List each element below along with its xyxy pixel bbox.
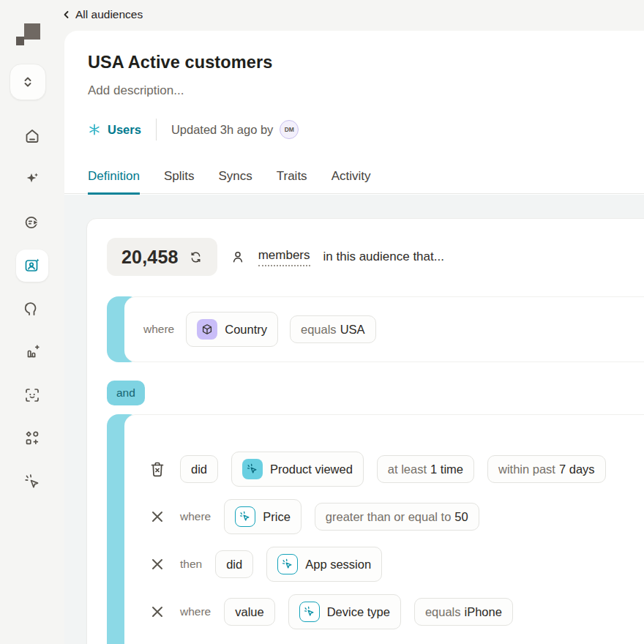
tab-bar: Definition Splits Syncs Traits Activity xyxy=(64,169,644,195)
property-chip-country[interactable]: Country xyxy=(186,312,278,347)
snowflake-asterisk-icon xyxy=(88,123,101,136)
delete-row-button[interactable] xyxy=(148,460,167,478)
sidebar-nav xyxy=(0,114,64,503)
property-icon-wrap xyxy=(299,602,320,622)
updated-text: Updated 3h ago by xyxy=(171,123,273,137)
event-row-2: where Price greater than or equal to xyxy=(148,501,644,533)
sidebar-item-audiences[interactable] xyxy=(16,244,48,287)
remove-row-button[interactable] xyxy=(148,604,167,619)
description-placeholder[interactable]: Add description... xyxy=(88,83,644,98)
time-window-chip[interactable]: within past 7 days xyxy=(487,455,606,484)
event-label: Product viewed xyxy=(270,463,353,476)
sidebar-item-event-tools[interactable] xyxy=(16,460,48,503)
frequency-value: 1 time xyxy=(430,463,463,476)
active-nav-highlight xyxy=(16,250,48,282)
tab-definition[interactable]: Definition xyxy=(88,169,140,195)
cube-icon xyxy=(201,323,213,335)
property-label: Country xyxy=(225,323,267,337)
verb-chip-did[interactable]: did xyxy=(180,455,218,484)
sidebar-item-analytics[interactable] xyxy=(16,330,48,373)
tab-activity[interactable]: Activity xyxy=(332,169,371,195)
sidebar-item-journeys[interactable] xyxy=(16,201,48,244)
frequency-muted: at least xyxy=(388,463,427,476)
event-icon-wrap xyxy=(277,554,298,574)
entity-badge[interactable]: Users xyxy=(88,123,141,137)
tab-syncs[interactable]: Syncs xyxy=(218,169,252,195)
operator-muted: equals xyxy=(301,323,337,337)
property-chip-device-type[interactable]: Device type xyxy=(288,594,401,629)
divider xyxy=(156,119,157,141)
property-label: Price xyxy=(263,510,291,524)
event-icon-wrap xyxy=(242,459,263,479)
tab-traits[interactable]: Traits xyxy=(277,169,307,195)
property-label: Device type xyxy=(327,605,390,619)
meta-row: Users Updated 3h ago by DM xyxy=(88,119,644,140)
keyword-then: then xyxy=(180,558,202,571)
refresh-icon[interactable] xyxy=(189,250,203,264)
property-icon-wrap xyxy=(235,506,255,527)
close-x-icon xyxy=(150,557,165,572)
page-title: USA Active customers xyxy=(88,53,644,72)
tab-splits[interactable]: Splits xyxy=(164,169,195,195)
operator-value: iPhone xyxy=(465,605,502,619)
sidebar-item-profiles[interactable] xyxy=(16,287,48,330)
operator-value: USA xyxy=(340,323,365,337)
event-chip-app-session[interactable]: App session xyxy=(266,547,382,582)
event-row-3: then did App session xyxy=(148,548,644,580)
avatar[interactable]: DM xyxy=(280,120,299,139)
property-icon-wrap xyxy=(197,319,217,340)
operator-chip-device[interactable]: equals iPhone xyxy=(414,598,513,626)
event-row-1: did Product viewed at least 1 time xyxy=(148,453,644,485)
remove-row-button[interactable] xyxy=(148,557,167,572)
operator-muted: greater than or equal to xyxy=(326,510,452,524)
operator-chip-country[interactable]: equals USA xyxy=(290,315,376,344)
chevron-left-icon xyxy=(61,10,72,20)
cursor-sparkle-icon xyxy=(247,463,258,475)
condition-group-2: did Product viewed at least 1 time xyxy=(107,414,644,644)
home-icon xyxy=(23,127,41,145)
and-connector-chip[interactable]: and xyxy=(107,381,145,405)
members-suffix: in this audience that... xyxy=(323,250,444,264)
cursor-sparkle-icon xyxy=(239,511,251,523)
definition-content: 20,458 members in this audience that... … xyxy=(64,195,644,644)
members-link[interactable]: members xyxy=(258,248,310,266)
journeys-icon xyxy=(23,214,41,231)
event-row-4: where value Device type equals xyxy=(148,596,644,628)
logo-square-small xyxy=(16,37,24,45)
entity-label: Users xyxy=(108,123,141,137)
member-count: 20,458 xyxy=(121,247,179,268)
keyword-where: where xyxy=(143,323,174,336)
window-value: 7 days xyxy=(559,463,595,476)
event-chip-product-viewed[interactable]: Product viewed xyxy=(231,452,364,487)
main-panel: USA Active customers Add description... … xyxy=(64,31,644,644)
event-label: App session xyxy=(305,558,371,572)
trash-icon xyxy=(149,460,166,478)
property-chip-price[interactable]: Price xyxy=(224,499,302,534)
person-icon xyxy=(231,250,245,264)
close-x-icon xyxy=(150,604,165,619)
operator-chip-price[interactable]: greater than or equal to 50 xyxy=(315,503,479,531)
member-count-row: 20,458 members in this audience that... xyxy=(107,238,644,276)
frequency-chip[interactable]: at least 1 time xyxy=(377,455,474,484)
event-condition-card: did Product viewed at least 1 time xyxy=(124,414,644,644)
member-count-pill: 20,458 xyxy=(107,238,217,276)
bar-chart-plus-icon xyxy=(23,343,41,361)
workspace-switcher-button[interactable] xyxy=(10,64,46,100)
sidebar-item-apps[interactable] xyxy=(16,416,48,460)
logo-square-large xyxy=(24,23,40,40)
sidebar-item-face-scan[interactable] xyxy=(16,373,48,416)
operator-value: 50 xyxy=(454,510,468,524)
close-x-icon xyxy=(150,509,165,524)
breadcrumb[interactable]: All audiences xyxy=(61,8,143,21)
chevron-up-down-icon xyxy=(20,75,35,89)
remove-row-button[interactable] xyxy=(148,509,167,524)
sidebar-item-home[interactable] xyxy=(16,114,48,157)
cursor-sparkle-icon xyxy=(304,606,315,618)
condition-group-1: where Country equals USA xyxy=(107,296,644,362)
cursor-sparkle-icon xyxy=(282,558,293,570)
verb-chip-did[interactable]: did xyxy=(215,550,253,579)
profile-head-sparkle-icon xyxy=(23,300,41,318)
app-logo-icon[interactable] xyxy=(16,23,47,48)
sidebar-item-ai-assistant[interactable] xyxy=(16,157,48,201)
value-chip[interactable]: value xyxy=(224,598,274,626)
